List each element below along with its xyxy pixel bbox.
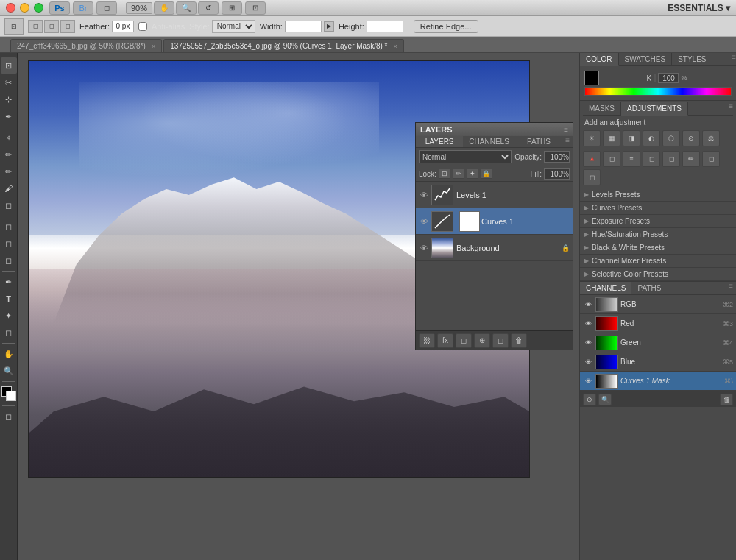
tab-swatches[interactable]: SWATCHES bbox=[619, 53, 673, 65]
tab-first[interactable]: 247_cfff349665_b.jpg @ 50% (RGB/8*) × bbox=[10, 39, 162, 52]
layer-link-btn[interactable]: ⛓ bbox=[419, 333, 435, 348]
chan-btn-2[interactable]: 🔍 bbox=[598, 394, 612, 405]
blend-mode-select[interactable]: Normal bbox=[419, 150, 512, 163]
channel-rgb-eye[interactable]: 👁 bbox=[583, 300, 593, 310]
sel-preset-3[interactable]: ◻ bbox=[60, 20, 75, 33]
tab-first-close[interactable]: × bbox=[152, 43, 155, 50]
preset-bw[interactable]: ▶ Black & White Presets bbox=[580, 241, 736, 255]
tool-heal[interactable]: ⌖ bbox=[1, 130, 17, 146]
adj-threshold[interactable]: ✏ bbox=[682, 151, 700, 167]
lock-icon-3[interactable]: ✦ bbox=[467, 169, 478, 179]
rotate-icon[interactable]: ↺ bbox=[198, 1, 219, 15]
k-slider[interactable] bbox=[654, 74, 656, 82]
fill-input[interactable] bbox=[544, 168, 570, 180]
tab-channels[interactable]: CHANNELS bbox=[580, 282, 631, 294]
preset-huesat[interactable]: ▶ Hue/Saturation Presets bbox=[580, 228, 736, 241]
channel-green-eye[interactable]: 👁 bbox=[583, 338, 593, 348]
layer-curves1[interactable]: 👁 Curves 1 bbox=[416, 208, 573, 235]
layer-bg-eye[interactable]: 👁 bbox=[419, 243, 429, 253]
tool-crop[interactable]: ⊹ bbox=[1, 91, 17, 107]
tool-lasso[interactable]: ✂ bbox=[1, 74, 17, 91]
lock-icon-4[interactable]: 🔒 bbox=[481, 169, 492, 179]
active-color-swatch[interactable] bbox=[584, 71, 599, 85]
layer-curves1-eye[interactable]: 👁 bbox=[419, 216, 429, 227]
hand-icon[interactable]: ✋ bbox=[154, 1, 174, 15]
refine-edge-button[interactable]: Refine Edge... bbox=[414, 20, 478, 33]
tool-text[interactable]: T bbox=[1, 291, 17, 307]
minimize-button[interactable] bbox=[20, 3, 29, 13]
width-arrow[interactable]: ▶ bbox=[324, 21, 334, 32]
adj-brightness[interactable]: ☀ bbox=[583, 130, 601, 146]
layers-panel-menu[interactable]: ≡ bbox=[562, 136, 573, 147]
tool-marquee[interactable]: ⊡ bbox=[1, 57, 17, 74]
adj-color-balance[interactable]: ⚖ bbox=[702, 130, 720, 146]
sel-preset-2[interactable]: ◻ bbox=[44, 20, 59, 33]
layer-background[interactable]: 👁 Background 🔒 bbox=[416, 235, 573, 261]
tool-pen[interactable]: ✒ bbox=[1, 274, 17, 290]
lock-icon-1[interactable]: ⊡ bbox=[439, 169, 450, 179]
tab-masks[interactable]: MASKS bbox=[583, 102, 621, 115]
layer-levels1-eye[interactable]: 👁 bbox=[419, 190, 429, 200]
adj-posterize[interactable]: ◻ bbox=[662, 151, 680, 167]
tool-history[interactable]: 🖌 bbox=[1, 180, 17, 196]
opacity-input[interactable] bbox=[544, 151, 570, 163]
width-input[interactable] bbox=[285, 21, 322, 32]
tool-eraser[interactable]: ◻ bbox=[1, 197, 17, 213]
tool-select-path[interactable]: ✦ bbox=[1, 308, 17, 324]
adj-curves[interactable]: ◨ bbox=[623, 130, 640, 146]
tool-gradient[interactable]: ◻ bbox=[1, 219, 17, 235]
tool-eyedropper[interactable]: ✒ bbox=[1, 108, 17, 124]
screen-icon[interactable]: ⊡ bbox=[245, 1, 266, 15]
preset-curves[interactable]: ▶ Curves Presets bbox=[580, 202, 736, 215]
layer-curves1-mask[interactable] bbox=[459, 211, 480, 232]
chan-btn-trash[interactable]: 🗑 bbox=[720, 394, 733, 405]
tool-clone[interactable]: ✏ bbox=[1, 163, 17, 180]
height-input[interactable] bbox=[367, 21, 403, 32]
channel-blue[interactable]: 👁 Blue ⌘5 bbox=[580, 352, 736, 372]
adj-vibrance[interactable]: ⬡ bbox=[662, 130, 680, 146]
preset-channel-mixer[interactable]: ▶ Channel Mixer Presets bbox=[580, 255, 736, 268]
adj-invert[interactable]: ◻ bbox=[643, 151, 660, 167]
layers-panel-titlebar[interactable]: LAYERS ≡ bbox=[416, 123, 573, 136]
zoom-display[interactable]: 90% bbox=[126, 2, 152, 14]
channel-red-eye[interactable]: 👁 bbox=[583, 319, 593, 329]
tool-screen-mode[interactable]: ◻ bbox=[1, 408, 17, 425]
close-button[interactable] bbox=[6, 3, 15, 13]
layer-trash-btn[interactable]: 🗑 bbox=[511, 333, 527, 348]
arrange-icon[interactable]: ⊞ bbox=[222, 1, 242, 15]
layer-mask-btn[interactable]: ◻ bbox=[456, 333, 472, 348]
layer-levels1[interactable]: 👁 Levels 1 bbox=[416, 182, 573, 208]
channel-blue-eye[interactable]: 👁 bbox=[583, 357, 593, 367]
channel-curves-mask[interactable]: 👁 Curves 1 Mask ⌘\ bbox=[580, 372, 736, 391]
channel-red[interactable]: 👁 Red ⌘3 bbox=[580, 314, 736, 333]
tab-paths-floating[interactable]: PATHS bbox=[515, 136, 562, 147]
layer-group-btn[interactable]: ◻ bbox=[492, 333, 509, 348]
chan-panel-menu[interactable]: ≡ bbox=[729, 282, 736, 294]
lock-icon-2[interactable]: ✏ bbox=[453, 169, 464, 179]
essentials-button[interactable]: ESSENTIALS ▾ bbox=[668, 3, 730, 13]
k-value[interactable] bbox=[658, 73, 679, 83]
channel-green[interactable]: 👁 Green ⌘4 bbox=[580, 333, 736, 352]
preset-exposure[interactable]: ▶ Exposure Presets bbox=[580, 215, 736, 228]
feather-input[interactable] bbox=[112, 21, 134, 32]
layer-adj-btn[interactable]: ⊕ bbox=[474, 333, 490, 348]
tab-color[interactable]: COLOR bbox=[580, 53, 619, 66]
style-select[interactable]: Normal bbox=[212, 20, 255, 33]
tool-brush[interactable]: ✏ bbox=[1, 146, 17, 163]
color-spectrum[interactable] bbox=[584, 87, 732, 96]
layer-fx-btn[interactable]: fx bbox=[437, 333, 453, 348]
adj-panel-menu[interactable]: ≡ bbox=[729, 102, 733, 115]
adj-selective-color[interactable]: ◻ bbox=[583, 169, 601, 185]
zoom-icon[interactable]: 🔍 bbox=[176, 1, 197, 15]
adj-hue-sat[interactable]: ⊙ bbox=[682, 130, 700, 146]
tab-channels-floating[interactable]: CHANNELS bbox=[463, 136, 514, 147]
preset-selective-color[interactable]: ▶ Selective Color Presets bbox=[580, 268, 736, 281]
adj-photo-filter[interactable]: ◻ bbox=[603, 151, 620, 167]
background-color[interactable] bbox=[6, 391, 16, 401]
tab-styles[interactable]: STYLES bbox=[672, 53, 712, 65]
channel-rgb[interactable]: 👁 RGB ⌘2 bbox=[580, 295, 736, 314]
adj-levels[interactable]: ▦ bbox=[603, 130, 620, 146]
adj-bw[interactable]: 🔺 bbox=[583, 151, 601, 167]
tool-hand[interactable]: ✋ bbox=[1, 346, 17, 362]
maximize-button[interactable] bbox=[34, 3, 43, 13]
